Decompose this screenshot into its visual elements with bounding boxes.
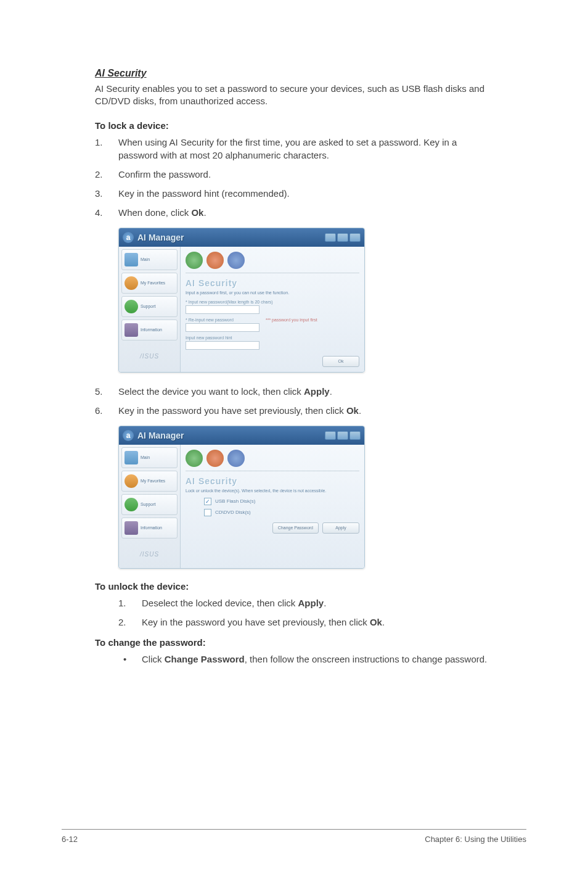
main-icon xyxy=(125,253,138,266)
option-cddvd-row[interactable]: CD\DVD Disk(s) xyxy=(186,509,359,516)
lock-step-4: 4.When done, click Ok. xyxy=(95,206,493,219)
cddvd-checkbox[interactable] xyxy=(204,509,211,516)
nav-support[interactable]: Support xyxy=(121,494,178,515)
titlebar: a AI Manager xyxy=(119,228,364,247)
change-bullet: •Click Change Password, then follow the … xyxy=(118,653,493,666)
favorites-icon xyxy=(125,474,138,488)
page-number: 6-12 xyxy=(62,835,78,844)
lock-step-5: 5.Select the device you want to lock, th… xyxy=(95,385,493,398)
change-heading: To change the password: xyxy=(95,637,493,648)
tool-icon-2[interactable] xyxy=(206,252,224,269)
nav-main[interactable]: Main xyxy=(121,249,178,270)
screenshot-set-password: a AI Manager Main My Favorites xyxy=(118,228,365,373)
tool-icon-3[interactable] xyxy=(227,252,245,269)
intro-text: AI Security enables you to set a passwor… xyxy=(95,83,493,108)
tool-icon-3[interactable] xyxy=(227,450,245,467)
tool-icon-2[interactable] xyxy=(206,450,224,467)
window-controls xyxy=(325,233,361,242)
main-panel: AI Security Lock or unlock the device(s)… xyxy=(181,445,364,568)
maximize-button[interactable] xyxy=(337,233,348,242)
field-label-reinput: * Re-input new password xyxy=(186,318,259,322)
sidebar: Main My Favorites Support Information /I… xyxy=(119,445,181,568)
toolbar xyxy=(186,450,359,471)
app-logo-icon: a xyxy=(123,232,134,243)
lock-step-6: 6.Key in the password you have set previ… xyxy=(95,404,493,417)
app-title: AI Manager xyxy=(137,233,184,242)
info-icon xyxy=(125,521,138,535)
titlebar: a AI Manager xyxy=(119,426,364,445)
window-controls xyxy=(325,431,361,440)
lock-steps-list-cont: 5.Select the device you want to lock, th… xyxy=(95,385,493,417)
apply-button[interactable]: Apply xyxy=(322,522,359,534)
chapter-title: Chapter 6: Using the Utilities xyxy=(425,835,526,844)
close-button[interactable] xyxy=(349,233,361,242)
unlock-step-2: 2.Key in the password you have set previ… xyxy=(118,616,493,629)
field-label-new-password: * Input new password(Max length is 20 ch… xyxy=(186,300,359,304)
nav-information[interactable]: Information xyxy=(121,320,178,340)
app-title: AI Manager xyxy=(137,431,184,440)
lock-steps-list: 1.When using AI Security for the first t… xyxy=(95,136,493,219)
hint-input[interactable] xyxy=(186,341,259,350)
panel-description: Lock or unlock the device(s). When selec… xyxy=(186,489,359,493)
favorites-icon xyxy=(125,276,138,290)
minimize-button[interactable] xyxy=(325,233,336,242)
nav-main[interactable]: Main xyxy=(121,447,178,468)
nav-favorites[interactable]: My Favorites xyxy=(121,471,178,492)
usb-label: USB Flash Disk(s) xyxy=(215,498,255,504)
section-title: AI Security xyxy=(95,68,493,79)
unlock-step-1: 1.Deselect the locked device, then click… xyxy=(118,596,493,609)
panel-title: AI Security xyxy=(186,278,359,288)
lock-step-2: 2.Confirm the password. xyxy=(95,168,493,181)
reinput-password-input[interactable] xyxy=(186,323,259,332)
option-usb-row[interactable]: USB Flash Disk(s) xyxy=(186,498,359,505)
sidebar: Main My Favorites Support Information /I… xyxy=(119,247,181,372)
cddvd-label: CD\DVD Disk(s) xyxy=(215,510,251,515)
lock-heading: To lock a device: xyxy=(95,120,493,131)
panel-title: AI Security xyxy=(186,476,359,486)
nav-support[interactable]: Support xyxy=(121,296,178,317)
tool-icon-1[interactable] xyxy=(186,450,203,467)
field-label-hint: Input new password hint xyxy=(186,336,359,340)
brand-logo: /ISUS xyxy=(121,551,178,558)
new-password-input[interactable] xyxy=(186,305,259,314)
toolbar xyxy=(186,252,359,273)
panel-description: Input a password first, or you can not u… xyxy=(186,291,359,295)
nav-information[interactable]: Information xyxy=(121,518,178,538)
close-button[interactable] xyxy=(349,431,361,440)
change-password-button[interactable]: Change Password xyxy=(272,522,319,534)
usb-checkbox[interactable] xyxy=(204,498,211,505)
tool-icon-1[interactable] xyxy=(186,252,203,269)
lock-step-3: 3.Key in the password hint (recommended)… xyxy=(95,187,493,200)
info-icon xyxy=(125,323,138,337)
main-icon xyxy=(125,451,138,464)
app-logo-icon: a xyxy=(123,430,134,441)
minimize-button[interactable] xyxy=(325,431,336,440)
brand-logo: /ISUS xyxy=(121,353,178,360)
main-panel: AI Security Input a password first, or y… xyxy=(181,247,364,372)
screenshot-select-device: a AI Manager Main My Favorites xyxy=(118,426,365,569)
nav-favorites[interactable]: My Favorites xyxy=(121,273,178,294)
change-bullet-list: •Click Change Password, then follow the … xyxy=(118,653,493,666)
unlock-heading: To unlock the device: xyxy=(95,581,493,592)
page-footer: 6-12 Chapter 6: Using the Utilities xyxy=(62,829,526,844)
ok-button[interactable]: Ok xyxy=(322,356,359,367)
support-icon xyxy=(125,300,138,313)
password-note: *** password you input first xyxy=(266,318,317,322)
maximize-button[interactable] xyxy=(337,431,348,440)
support-icon xyxy=(125,498,138,511)
unlock-steps-list: 1.Deselect the locked device, then click… xyxy=(118,596,493,629)
lock-step-1: 1.When using AI Security for the first t… xyxy=(95,136,493,162)
